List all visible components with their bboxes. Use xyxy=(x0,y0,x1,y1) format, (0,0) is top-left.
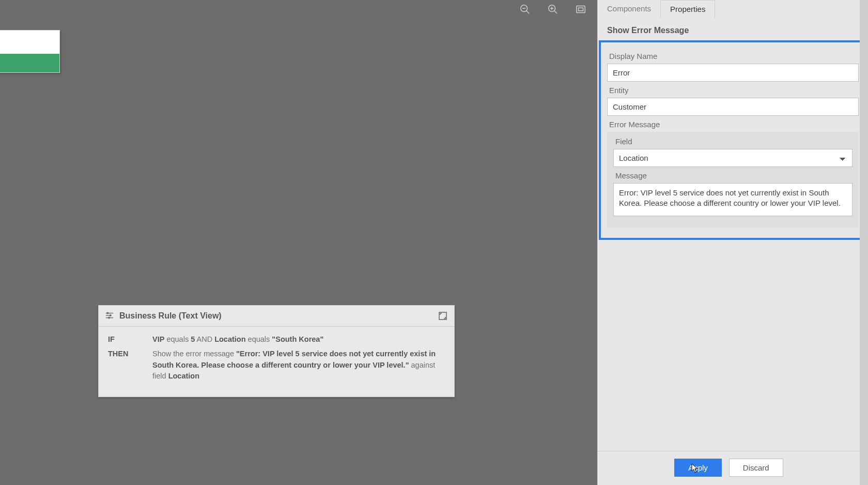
entity-input xyxy=(607,98,859,116)
apply-button-label: Apply xyxy=(688,463,708,472)
discard-button[interactable]: Discard xyxy=(729,459,783,477)
action-card-title: age xyxy=(0,31,59,54)
display-name-label: Display Name xyxy=(609,52,857,60)
text-view-title-text: Business Rule (Text View) xyxy=(119,311,222,321)
error-message-section-label: Error Message xyxy=(609,120,857,129)
selected-action-title: Show Error Message xyxy=(598,19,868,40)
entity-label: Entity xyxy=(609,86,857,95)
if-keyword: IF xyxy=(108,334,137,345)
if-condition-text: VIP equals 5 AND Location equals "South … xyxy=(152,334,445,345)
error-message-subsection: Field Location Message Error: VIP level … xyxy=(607,132,859,228)
properties-panel: Components Properties Show Error Message… xyxy=(597,0,868,485)
canvas-toolbar xyxy=(519,3,587,16)
display-name-input[interactable] xyxy=(607,64,859,82)
apply-button[interactable]: Apply xyxy=(674,459,722,477)
action-card-show-error[interactable]: age xyxy=(0,30,60,73)
svg-point-12 xyxy=(107,312,109,314)
rule-canvas[interactable]: age Business Rule (Text View) IF xyxy=(0,0,597,485)
field-select[interactable]: Location xyxy=(613,149,853,167)
zoom-in-icon[interactable] xyxy=(547,3,559,16)
svg-rect-8 xyxy=(578,8,583,11)
then-keyword: THEN xyxy=(108,348,137,382)
message-label: Message xyxy=(615,171,850,180)
panel-footer: Apply Discard xyxy=(598,451,860,485)
zoom-out-icon[interactable] xyxy=(519,3,531,16)
text-view-title: Business Rule (Text View) xyxy=(105,311,222,321)
fit-to-screen-icon[interactable] xyxy=(575,3,587,16)
svg-rect-7 xyxy=(577,6,585,13)
svg-point-14 xyxy=(109,317,110,319)
panel-tabs: Components Properties xyxy=(598,0,868,19)
message-textarea[interactable]: Error: VIP level 5 service does not yet … xyxy=(613,183,853,216)
svg-point-13 xyxy=(110,315,112,316)
properties-form: Display Name Entity Error Message Field … xyxy=(599,40,867,240)
svg-line-1 xyxy=(526,11,530,14)
tab-properties[interactable]: Properties xyxy=(660,0,715,18)
business-rule-text-view-panel: Business Rule (Text View) IF VIP equals … xyxy=(98,305,455,397)
expand-icon[interactable] xyxy=(438,311,448,321)
svg-line-4 xyxy=(554,11,557,14)
tab-components[interactable]: Components xyxy=(598,0,660,18)
action-card-status-bar xyxy=(0,54,59,72)
field-label: Field xyxy=(615,137,850,146)
then-action-text: Show the error message "Error: VIP level… xyxy=(152,348,445,382)
